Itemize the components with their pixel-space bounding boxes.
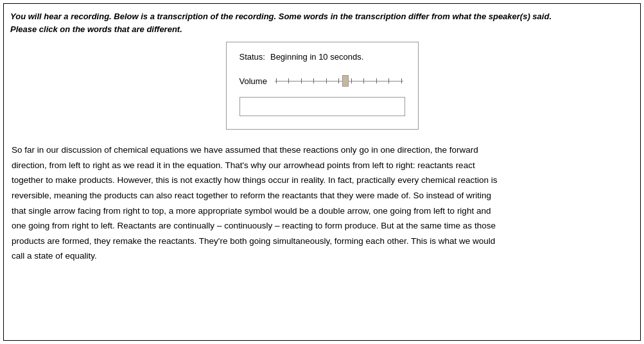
word-reactants4[interactable]: reactants. [159,236,196,246]
word-equality[interactable]: equality. [65,251,96,261]
word-a2[interactable]: a [311,206,317,216]
word-react[interactable]: react [456,160,475,170]
word-both[interactable]: both [230,236,247,246]
word-things[interactable]: things [243,175,266,185]
word-would[interactable]: would [274,206,297,216]
word-to3[interactable]: to [46,175,53,185]
word-from5[interactable]: from [52,221,69,230]
word-exactly[interactable]: exactly [195,175,222,185]
word-right[interactable]: right [123,206,139,216]
word-arrow[interactable]: arrow [53,206,75,216]
word-facing[interactable]: facing [78,206,101,216]
word-simultaneously[interactable]: simultaneously, [273,236,332,246]
word-single[interactable]: single [28,206,51,216]
word-occur[interactable]: occur [268,175,289,185]
word-produce[interactable]: produce. [345,221,379,230]
word-each[interactable]: each [366,236,385,246]
word-and[interactable]: and [476,206,491,216]
word-left3[interactable]: left [433,206,445,216]
word-what[interactable]: what [439,236,457,246]
word-equations[interactable]: equations [150,145,188,155]
word-reaction[interactable]: reaction [458,175,489,185]
word-we3[interactable]: we [459,236,470,246]
word-to5[interactable]: to [142,206,149,216]
word-made[interactable]: made [377,191,399,200]
word-we[interactable]: we [191,145,202,155]
word-as[interactable]: as [112,160,121,170]
word-they[interactable]: they [337,191,354,200]
word-the6[interactable]: the [144,236,156,246]
word-arrowhead[interactable]: arrowhead [284,160,325,170]
word-together2[interactable]: together [196,191,229,200]
word-but[interactable]: But [381,221,394,230]
word-are2[interactable]: are [48,236,60,246]
word-is[interactable]: is [171,175,178,185]
word-react2[interactable]: react [175,191,194,200]
word-left2[interactable]: left [372,160,384,170]
word-every[interactable]: every [397,175,419,185]
word-the3[interactable]: the [90,191,102,200]
word-right[interactable]: right [92,160,109,170]
word-can[interactable]: can [140,191,154,200]
word-together[interactable]: together [12,175,44,185]
word-to[interactable]: to [83,160,90,170]
word-reform[interactable]: reform [240,191,265,200]
word-left4[interactable]: left. [101,221,115,230]
word-right3[interactable]: right [457,206,474,216]
word-in-fact[interactable]: In [328,175,335,185]
word-why[interactable]: why [251,160,266,170]
word-symbol[interactable]: symbol [245,206,272,216]
word-direction[interactable]: direction, [397,145,433,155]
word-also[interactable]: also [156,191,172,200]
word-points[interactable]: points [327,160,350,170]
word-how[interactable]: how [224,175,240,185]
word-left[interactable]: left [69,160,80,170]
word-chemical2[interactable]: chemical [421,175,455,185]
word-of3[interactable]: of [457,191,464,200]
word-at[interactable]: at [396,221,403,230]
word-far[interactable]: far [24,145,35,155]
word-reversible[interactable]: reversible, [12,191,51,200]
word-equation[interactable]: equation. [187,160,223,170]
word-continually[interactable]: continually [173,221,214,230]
word-our[interactable]: our [46,145,59,155]
word-that3[interactable]: that [12,206,26,216]
word-that[interactable]: that [263,145,277,155]
word-more[interactable]: more [176,206,196,216]
word-that2[interactable]: that [320,191,335,200]
word-would2[interactable]: would [473,236,495,246]
word-of[interactable]: of [104,145,111,155]
word-reactions[interactable]: reactions [303,145,338,155]
word-in2[interactable]: in [164,160,171,170]
word-reactants[interactable]: reactants [417,160,453,170]
word-forming[interactable]: forming [335,236,363,246]
word-time[interactable]: time [444,221,461,230]
word-we2[interactable]: we [123,160,134,170]
word-products2[interactable]: products [104,191,137,200]
word-instead[interactable]: instead [426,191,455,200]
word-is2[interactable]: is [491,175,498,185]
word-products[interactable]: products. [79,175,115,185]
word-meaning[interactable]: meaning [54,191,87,200]
word-to4[interactable]: to [231,191,238,200]
word-forward[interactable]: forward [449,145,478,155]
word-reality[interactable]: reality. [301,175,326,185]
word-direction2[interactable]: direction, [12,160,47,170]
word-as2[interactable]: as [463,221,472,230]
word-right2[interactable]: right: [396,160,415,170]
volume-slider[interactable] [275,74,403,87]
word-one[interactable]: one [380,145,395,155]
word-these[interactable]: these [280,145,301,155]
word-were[interactable]: were [356,191,374,200]
word-it[interactable]: it [157,160,161,170]
word-fact[interactable]: fact, [338,175,354,185]
word-thats[interactable]: That's [225,160,248,170]
word-however[interactable]: However, [117,175,153,185]
word-in[interactable]: in [37,145,44,155]
word-practically[interactable]: practically [356,175,395,185]
word-appropriate[interactable]: appropriate [198,206,242,216]
word-the4[interactable]: the [268,191,280,200]
word-continuously[interactable]: continuously [224,221,272,230]
word-be[interactable]: be [299,206,309,216]
word-reactants3[interactable]: Reactants [117,221,156,230]
